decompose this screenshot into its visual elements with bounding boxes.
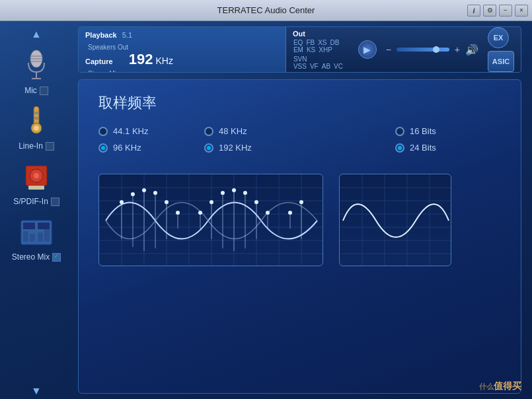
- fx-vss[interactable]: VSS: [293, 63, 307, 70]
- app-title: TERRATEC Audio Center: [217, 5, 315, 15]
- fx-svn[interactable]: SVN: [293, 55, 308, 63]
- fx-em[interactable]: EM: [293, 46, 304, 54]
- stereomix-checkbox[interactable]: [52, 253, 61, 262]
- svg-point-62: [221, 191, 225, 195]
- svg-point-66: [266, 211, 270, 215]
- svg-point-68: [299, 200, 303, 204]
- radio-192k[interactable]: 192 KHz: [204, 143, 310, 153]
- svg-point-64: [243, 191, 247, 195]
- volume-speaker-icon: 🔊: [465, 44, 478, 56]
- svg-point-13: [34, 173, 39, 178]
- stereomix-icon: [20, 219, 53, 246]
- svg-point-57: [153, 191, 157, 195]
- nav-forward-area: ▶: [356, 27, 379, 72]
- speakers-out-label: Speakers Out: [85, 40, 279, 52]
- fx-vf[interactable]: VF: [309, 63, 319, 70]
- svg-rect-16: [23, 223, 35, 229]
- svg-point-61: [209, 200, 213, 204]
- minimize-button[interactable]: −: [499, 5, 512, 17]
- svg-point-54: [120, 200, 124, 204]
- fx-panel: Out EQ FB XS DB EM KS XHP SVN VSS VF AB: [286, 27, 356, 72]
- asic-button[interactable]: ASIC: [488, 51, 514, 72]
- fx-fb[interactable]: FB: [305, 39, 315, 46]
- sidebar-scroll-up[interactable]: ▲: [24, 26, 48, 42]
- info-button[interactable]: i: [467, 5, 480, 17]
- fx-vc[interactable]: VC: [333, 63, 344, 70]
- sidebar-item-stereomix[interactable]: Stereo Mix: [7, 210, 66, 264]
- playback-row: Playback 5.1: [85, 31, 279, 39]
- radio-group: 44.1 KHz 48 KHz 16 Bits: [98, 126, 501, 153]
- spdifin-checkbox[interactable]: [51, 198, 59, 206]
- svg-rect-17: [38, 223, 50, 229]
- fx-ks[interactable]: KS: [306, 46, 316, 54]
- spdifin-icon: [23, 161, 50, 194]
- waveform-large: [98, 174, 323, 266]
- svg-point-56: [142, 188, 146, 192]
- out-label: Out: [293, 30, 349, 38]
- waveform-area: [98, 174, 501, 266]
- capture-row: Capture Stereo Mix: [85, 55, 120, 73]
- mic-checkbox[interactable]: [40, 87, 48, 95]
- radio-44k[interactable]: 44.1 KHz: [98, 126, 204, 136]
- sidebar-label-linein: Line-In: [19, 141, 54, 151]
- main-container: ▲ Mic: [0, 21, 532, 399]
- radio-16bit[interactable]: 16 Bits: [395, 126, 501, 136]
- svg-point-58: [165, 200, 169, 204]
- svg-point-63: [232, 188, 236, 192]
- radio-96k[interactable]: 96 KHz: [98, 143, 204, 153]
- frequency-unit: KHz: [156, 55, 173, 66]
- info-left-panel: Playback 5.1 Speakers Out Capture Stereo…: [79, 27, 286, 72]
- waveform-small-svg: [340, 174, 451, 266]
- main-panel: 取样频率 44.1 KHz 48 KHz: [78, 79, 521, 394]
- window-controls: i ⚙ − ×: [467, 5, 528, 17]
- title-bar: TERRATEC Audio Center i ⚙ − ×: [0, 0, 532, 21]
- nav-forward-button[interactable]: ▶: [358, 40, 377, 59]
- sidebar-item-spdifin[interactable]: S/PDIF-In: [7, 155, 66, 209]
- svg-rect-19: [30, 234, 35, 242]
- mic-icon-area: [17, 46, 56, 86]
- svg-rect-14: [28, 186, 44, 190]
- frequency-value: 192: [129, 52, 153, 67]
- sidebar: ▲ Mic: [0, 21, 73, 399]
- linein-icon-area: [17, 102, 56, 141]
- svg-point-59: [176, 211, 180, 215]
- playback-label: Playback: [85, 31, 117, 39]
- stereomix-icon-area: [17, 213, 56, 252]
- fx-db[interactable]: DB: [330, 39, 340, 46]
- fx-ab[interactable]: AB: [321, 63, 331, 70]
- svg-point-67: [288, 211, 292, 215]
- linein-checkbox[interactable]: [46, 142, 54, 151]
- volume-slider[interactable]: [397, 48, 449, 52]
- svg-point-65: [254, 200, 258, 204]
- svg-rect-20: [38, 233, 43, 242]
- fx-buttons-3: VSS VF AB VC: [293, 63, 349, 70]
- svg-rect-18: [23, 231, 28, 242]
- content-area: Playback 5.1 Speakers Out Capture Stereo…: [73, 21, 532, 399]
- sidebar-scroll-down[interactable]: ▼: [24, 383, 48, 399]
- volume-minus-button[interactable]: −: [386, 44, 391, 55]
- svg-rect-7: [34, 112, 38, 114]
- waveform-small: [339, 174, 451, 266]
- radio-48k[interactable]: 48 KHz: [204, 126, 310, 136]
- spdifin-icon-area: [17, 157, 56, 197]
- fx-eq[interactable]: EQ: [293, 39, 303, 46]
- sidebar-item-linein[interactable]: Line-In: [7, 99, 66, 153]
- channels-label: 5.1: [122, 31, 132, 39]
- fx-xs[interactable]: XS: [317, 39, 327, 46]
- svg-point-10: [34, 126, 39, 131]
- sidebar-label-spdifin: S/PDIF-In: [13, 197, 59, 206]
- fx-buttons: EQ FB XS DB: [293, 39, 349, 46]
- svg-point-55: [131, 192, 135, 196]
- svg-rect-21: [44, 229, 50, 242]
- ex-button[interactable]: EX: [488, 27, 509, 48]
- sidebar-item-mic[interactable]: Mic: [7, 44, 66, 98]
- fx-buttons-2: EM KS XHP SVN: [293, 46, 349, 63]
- linein-icon: [24, 105, 48, 138]
- fx-xhp[interactable]: XHP: [318, 46, 333, 54]
- panel-title: 取样频率: [98, 93, 501, 113]
- radio-24bit[interactable]: 24 Bits: [395, 143, 501, 153]
- volume-plus-button[interactable]: +: [455, 44, 460, 55]
- close-button[interactable]: ×: [515, 5, 528, 17]
- watermark: 什么值得买: [479, 381, 521, 392]
- settings-button[interactable]: ⚙: [483, 5, 496, 17]
